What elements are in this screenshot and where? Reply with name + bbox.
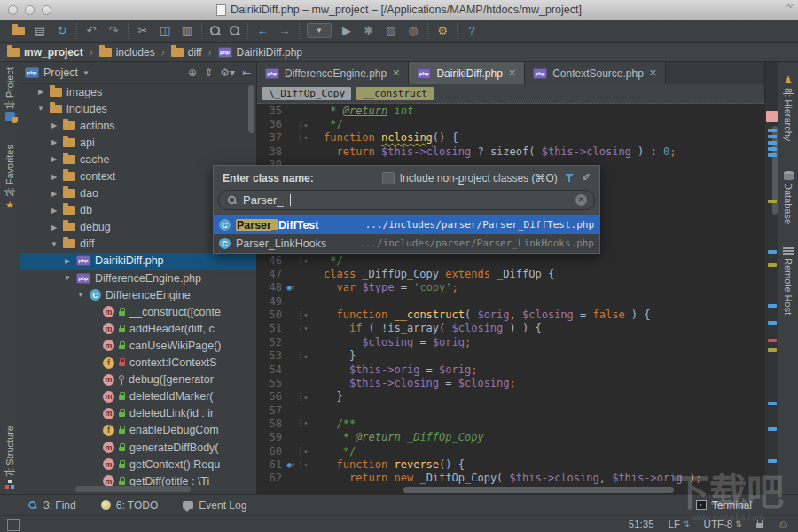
project-header-locate-icon[interactable]: ⊕ <box>188 66 197 79</box>
class-name-field[interactable]: Parser_ ✕ <box>218 190 595 210</box>
fold-marker[interactable]: ▴ <box>300 393 311 401</box>
tool-window-button-find[interactable]: 3: Find <box>27 499 76 512</box>
close-tab-icon[interactable]: ✕ <box>392 67 400 79</box>
fold-marker[interactable]: ▴ <box>300 121 311 129</box>
undo-icon[interactable]: ↶ <box>84 24 98 38</box>
tree-item-deletedidmarker-[interactable]: deletedIdMarker( <box>20 388 256 405</box>
project-horizontal-scrollbar[interactable] <box>75 486 191 492</box>
chevron-right-icon[interactable]: ▶ <box>36 88 45 96</box>
tree-item-includes[interactable]: ▼includes <box>20 100 256 117</box>
code-line[interactable]: 36▴ */ <box>257 117 764 130</box>
tree-item-images[interactable]: ▶images <box>20 83 256 100</box>
stripe-mark-blue[interactable] <box>768 321 777 325</box>
tree-item-generatediffbody-[interactable]: generateDiffBody( <box>20 439 256 456</box>
stripe-mark-pink[interactable] <box>766 111 778 122</box>
help-icon[interactable]: ? <box>465 24 479 38</box>
chevron-right-icon[interactable]: ▶ <box>50 173 59 181</box>
tool-button-remote[interactable]: Remote Host <box>783 247 794 315</box>
code-line[interactable]: 53▴ } <box>257 348 764 362</box>
tree-item-debug-generator[interactable]: debug([generator <box>20 372 256 388</box>
tree-item-canusewikipage-[interactable]: canUseWikiPage() <box>20 337 256 354</box>
forward-icon[interactable]: → <box>278 24 292 38</box>
code-editor[interactable]: 35 * @return int36▴ */37▾function nclosi… <box>257 104 764 486</box>
stripe-mark-blue[interactable] <box>768 459 777 463</box>
fold-marker[interactable]: ▾ <box>300 325 311 332</box>
tree-item-deletedlink-id-ir[interactable]: deletedLink(id : ir <box>20 405 256 422</box>
tree-item-enabledebugcom[interactable]: enableDebugCom <box>20 422 256 439</box>
chevron-right-icon[interactable]: ▶ <box>50 190 59 198</box>
code-line[interactable]: 37▾function nclosing() { <box>257 131 764 145</box>
code-line[interactable]: 51▾ if ( !is_array( $closing ) ) { <box>257 322 764 335</box>
tree-item-differenceengine-php[interactable]: ▼DifferenceEngine.php <box>20 270 256 286</box>
stripe-mark-blue[interactable] <box>768 141 777 145</box>
tool-button-favorites[interactable]: 2: Favorites★ <box>4 145 15 209</box>
run-config-icon[interactable]: ▼ <box>307 23 332 38</box>
code-line[interactable]: 57 <box>257 403 764 417</box>
debug-icon[interactable]: ✱ <box>362 24 376 38</box>
save-icon[interactable]: ▤ <box>33 24 47 38</box>
tool-button-hierarchy[interactable]: ♟8: Hierarchy <box>783 74 794 141</box>
read-only-lock-icon[interactable] <box>756 523 763 528</box>
breadcrumb-item[interactable]: mw_project <box>7 46 83 59</box>
code-line[interactable]: 38 return $this->closing ? sizeof( $this… <box>257 145 764 158</box>
fold-marker[interactable]: ▾ <box>300 461 311 469</box>
code-line[interactable]: 59 * @return _DiffOp_Copy <box>257 431 764 444</box>
open-folder-icon[interactable] <box>12 27 25 35</box>
fold-marker[interactable]: ▴ <box>300 352 311 360</box>
editor-horizontal-scrollbar[interactable] <box>403 487 674 493</box>
tree-item-actions[interactable]: ▶actions <box>20 117 256 134</box>
run-with-coverage-icon[interactable]: ◍ <box>406 24 420 38</box>
cut-icon[interactable]: ✂ <box>136 24 150 38</box>
code-line[interactable]: 48◉↑ var $type = 'copy'; <box>257 281 764 294</box>
popup-result-row[interactable]: Parser_DiffTest.../includes/parser/Parse… <box>214 215 599 234</box>
project-vertical-scrollbar[interactable] <box>248 85 254 133</box>
settings-icon[interactable]: ⚙ <box>435 24 450 38</box>
editor-crumb-class[interactable]: \_DiffOp_Copy <box>262 87 351 100</box>
chevron-right-icon[interactable]: ▶ <box>63 257 72 265</box>
code-line[interactable]: 35 * @return int <box>257 104 764 117</box>
tree-item-addheader-diff-c[interactable]: addHeader(diff, c <box>20 320 256 337</box>
stripe-mark-blue[interactable] <box>768 402 777 405</box>
sync-icon[interactable]: ↻ <box>55 24 69 38</box>
find-usages-icon[interactable] <box>229 25 240 36</box>
clear-query-button[interactable]: ✕ <box>575 194 587 206</box>
stripe-mark-blue[interactable] <box>768 304 777 308</box>
stripe-mark-yellow[interactable] <box>768 200 777 203</box>
editor-tab[interactable]: ContextSource.php✕ <box>525 62 666 84</box>
code-line[interactable]: 55 $this->closing = $closing; <box>257 376 764 389</box>
chevron-down-icon[interactable]: ▼ <box>76 291 85 299</box>
tree-item-getcontext-requ[interactable]: getContext():Requ <box>20 456 256 473</box>
code-line[interactable]: 56▴ } <box>257 390 764 403</box>
project-header-panel-settings-icon[interactable]: ⚙▾ <box>220 66 235 79</box>
chevron-right-icon[interactable]: ▶ <box>50 155 59 163</box>
encoding-selector[interactable]: UTF-8⇅ <box>704 519 742 529</box>
code-line[interactable]: 52 $closing = $orig; <box>257 335 764 348</box>
line-ending-selector[interactable]: LF⇅ <box>669 519 690 529</box>
stripe-mark-blue[interactable] <box>768 147 777 151</box>
stripe-mark-yellow[interactable] <box>768 348 777 352</box>
tool-window-button-todo[interactable]: 6: TODO <box>101 499 159 512</box>
project-header-collapse-all-icon[interactable]: ⇤ <box>242 66 251 79</box>
paste-icon[interactable]: ▥ <box>180 24 194 38</box>
breadcrumb-item[interactable]: DairikiDiff.php <box>218 46 302 59</box>
tool-button-project[interactable]: 1: Project <box>4 67 15 121</box>
close-tab-icon[interactable]: ✕ <box>649 67 657 79</box>
fold-marker[interactable]: ▾ <box>300 311 311 319</box>
breadcrumb-item[interactable]: includes <box>99 46 155 59</box>
stripe-mark-blue[interactable] <box>768 129 777 132</box>
code-line[interactable]: 49 <box>257 294 764 308</box>
close-tab-icon[interactable]: ✕ <box>508 67 516 79</box>
fold-marker[interactable]: ▴ <box>300 447 311 455</box>
chevron-right-icon[interactable]: ▶ <box>50 138 59 146</box>
chevron-down-icon[interactable]: ▼ <box>36 105 45 113</box>
caret-position[interactable]: 51:35 <box>629 519 654 529</box>
code-line[interactable]: 58▾ /** <box>257 417 764 430</box>
tree-item-differenceengine[interactable]: ▼DifferenceEngine <box>20 286 256 303</box>
chevron-down-icon[interactable]: ▼ <box>63 274 72 282</box>
project-header-scroll-to-source-icon[interactable]: ⇕ <box>204 66 213 79</box>
chevron-down-icon[interactable]: ▼ <box>50 240 59 248</box>
stripe-mark-blue[interactable] <box>768 427 777 431</box>
tool-button-database[interactable]: Database <box>783 171 794 224</box>
tool-window-button-eventlog[interactable]: Event Log <box>183 499 246 512</box>
find-icon[interactable] <box>209 25 221 36</box>
